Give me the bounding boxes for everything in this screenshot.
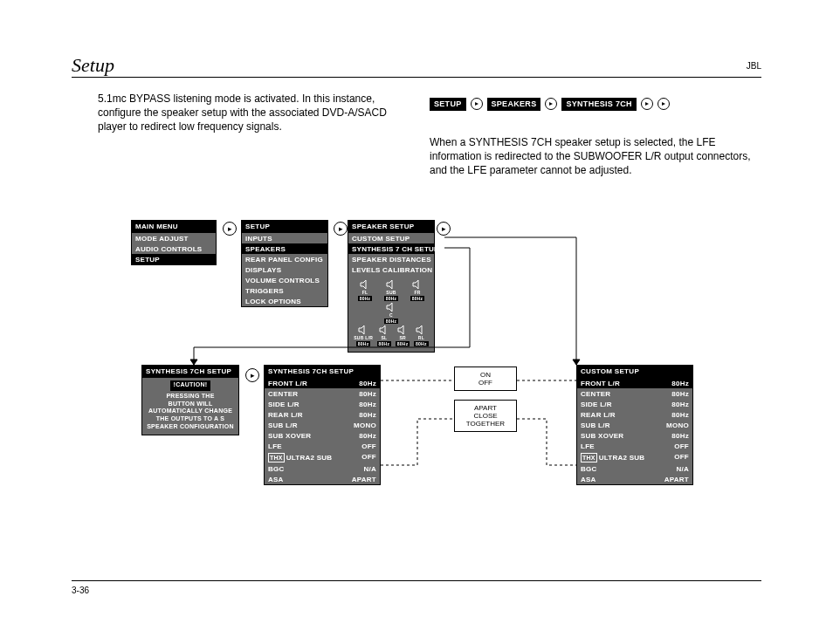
speaker-icon: SUB80Hz [384,280,399,301]
footer-rule [72,580,761,581]
setting-label: SIDE L/R [581,401,612,408]
setting-row[interactable]: BGCN/A [265,463,380,474]
panel-speaker-setup: SPEAKER SETUP CUSTOM SETUPSYNTHESIS 7 CH… [348,220,435,353]
menu-item[interactable]: INPUTS [242,233,327,243]
setting-row[interactable]: THXULTRA2 SUBOFF [265,451,380,463]
setting-label: BGC [581,465,597,473]
setting-row[interactable]: SUB L/RMONO [577,420,692,430]
setting-row[interactable]: BGCN/A [577,463,692,474]
setting-label: SUB XOVER [581,432,623,440]
setting-value: OFF [674,442,689,450]
arrow-right-icon: ▸ [334,222,348,236]
setting-row[interactable]: SUB L/RMONO [265,420,380,430]
panel-setup: SETUP INPUTSSPEAKERSREAR PANEL CONFIGDIS… [241,220,328,307]
setting-value: N/A [676,465,689,473]
panel-header: SYNTHESIS 7CH SETUP [265,366,380,378]
setting-value: OFF [361,453,376,462]
option-value: TOGETHER [455,420,516,428]
caution-line: THE OUTPUTS TO A S [156,415,225,421]
setting-row[interactable]: REAR L/R80Hz [265,409,380,420]
options-on-off: ON OFF [454,367,517,391]
menu-item[interactable]: CUSTOM SETUP [348,233,434,243]
menu-item[interactable]: SPEAKERS [242,243,327,254]
body-paragraph-right: When a SYNTHESIS 7CH speaker setup is se… [430,135,764,178]
setting-row[interactable]: LFEOFF [265,441,380,451]
menu-item[interactable]: SPEAKER DISTANCES [348,254,434,264]
setting-row[interactable]: THXULTRA2 SUBOFF [577,451,692,463]
menu-item[interactable]: TRIGGERS [242,285,327,296]
menu-item[interactable]: LOCK OPTIONS [242,296,327,306]
caution-box: !CAUTION! PRESSING THE BUTTON WILL AUTOM… [142,378,238,435]
setting-label: FRONT L/R [268,380,307,387]
breadcrumb: SETUP ▸ SPEAKERS ▸ SYNTHESIS 7CH ▸ ▸ [430,96,670,112]
setting-label: LFE [268,442,282,450]
setting-row[interactable]: REAR L/R80Hz [577,409,692,420]
setting-row[interactable]: FRONT L/R80Hz [577,378,692,388]
setting-label: ASA [581,476,596,483]
caution-tag: !CAUTION! [170,380,211,391]
setting-value: 80Hz [671,380,689,387]
page-title: Setup [72,54,114,77]
setting-row[interactable]: SIDE L/R80Hz [577,399,692,409]
setting-value: 80Hz [359,411,376,419]
arrow-right-icon: ▸ [657,98,670,110]
setting-row[interactable]: CENTER80Hz [265,388,380,399]
caution-line: SPEAKER CONFIGURATION [147,423,234,429]
setting-row[interactable]: FRONT L/R80Hz [265,378,380,388]
setting-value: APART [664,476,689,483]
setting-value: 80Hz [359,401,376,408]
menu-item[interactable]: SETUP [132,254,216,264]
setting-label: CENTER [581,390,610,398]
setting-label: SUB L/R [268,421,298,429]
setting-row[interactable]: ASAAPART [265,474,380,484]
arrow-right-icon: ▸ [223,222,237,236]
speaker-icon: SR80Hz [396,325,410,346]
setting-label: THXULTRA2 SUB [581,453,644,462]
setting-value: MONO [666,421,689,429]
speaker-icon: C80Hz [384,303,399,324]
option-value: APART [455,404,516,412]
panel-header: SETUP [242,221,327,233]
setting-value: 80Hz [671,401,689,408]
setting-value: OFF [674,453,689,462]
setting-value: 80Hz [359,380,376,387]
speaker-icon: SL80Hz [377,325,392,346]
setting-row[interactable]: ASAAPART [577,474,692,484]
setting-value: APART [352,476,376,483]
setting-row[interactable]: SUB XOVER80Hz [577,430,692,441]
menu-item[interactable]: LEVELS CALIBRATION [348,264,434,275]
breadcrumb-chip: SPEAKERS [487,98,541,111]
setting-value: 80Hz [671,432,689,440]
setting-label: FRONT L/R [581,380,620,387]
setting-value: MONO [354,421,376,429]
speaker-icon-area: FL80HzSUB80HzFR80HzC80HzSUB L/R80HzSL80H… [348,275,434,352]
header-rule [72,77,761,78]
setting-row[interactable]: LFEOFF [577,441,692,451]
setting-label: REAR L/R [581,411,616,419]
setting-row[interactable]: CENTER80Hz [577,388,692,399]
menu-item[interactable]: AUDIO CONTROLS [132,243,216,254]
option-value: OFF [455,379,516,387]
brand-label: JBL [747,61,761,71]
setting-value: N/A [363,465,376,473]
menu-item[interactable]: DISPLAYS [242,264,327,275]
setting-label: SUB L/R [581,421,610,429]
setting-row[interactable]: SUB XOVER80Hz [265,430,380,441]
menu-item[interactable]: SYNTHESIS 7 CH SETUP [348,243,434,254]
page-number: 3-36 [72,586,89,595]
setting-row[interactable]: SIDE L/R80Hz [265,399,380,409]
menu-item[interactable]: MODE ADJUST [132,233,216,243]
caution-line: PRESSING THE [166,393,214,399]
arrow-right-icon: ▸ [641,98,653,110]
menu-item[interactable]: VOLUME CONTROLS [242,275,327,285]
arrow-right-icon: ▸ [545,98,557,110]
arrow-right-icon: ▸ [437,222,451,236]
option-value: CLOSE [455,412,516,420]
panel-header: MAIN MENU [132,221,216,233]
menu-item[interactable]: REAR PANEL CONFIG [242,254,327,264]
breadcrumb-chip: SYNTHESIS 7CH [561,98,636,111]
panel-synth-detail: SYNTHESIS 7CH SETUP FRONT L/R80HzCENTER8… [264,365,381,485]
speaker-icon: RL80Hz [414,325,429,346]
option-value: ON [455,371,516,379]
arrow-right-icon: ▸ [245,368,259,382]
